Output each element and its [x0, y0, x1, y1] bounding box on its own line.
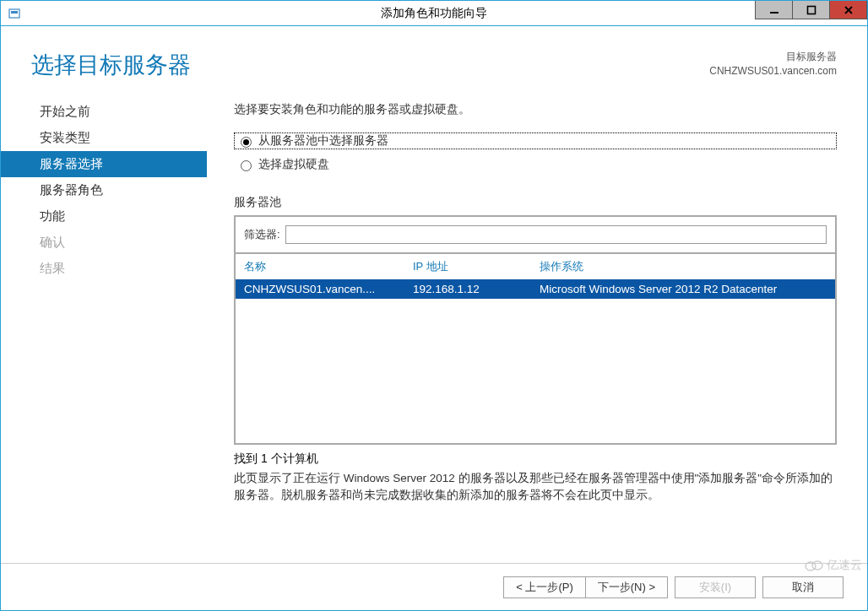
svg-rect-2 [770, 12, 778, 14]
nav-before-begin[interactable]: 开始之前 [1, 99, 207, 125]
radio-select-vhd[interactable]: 选择虚拟硬盘 [234, 156, 837, 173]
nav-features[interactable]: 功能 [1, 203, 207, 230]
nav-results: 结果 [1, 256, 207, 282]
nav-install-type[interactable]: 安装类型 [1, 125, 207, 151]
close-button[interactable] [829, 1, 867, 19]
svg-rect-1 [11, 11, 18, 14]
cell-os: Microsoft Windows Server 2012 R2 Datacen… [540, 283, 827, 295]
wizard-window: 添加角色和功能向导 选择目标服务器 目标服务器 CNHZWSUS01.vance… [0, 0, 868, 611]
next-button[interactable]: 下一步(N) > [585, 576, 668, 598]
window-title: 添加角色和功能向导 [1, 6, 867, 21]
radio-select-pool-input[interactable] [241, 137, 252, 148]
table-header: 名称 IP 地址 操作系统 [236, 254, 835, 279]
maximize-button[interactable] [792, 1, 830, 19]
found-count: 找到 1 个计算机 [234, 451, 837, 467]
previous-button[interactable]: < 上一步(P) [503, 576, 585, 598]
app-icon [8, 7, 21, 20]
cell-ip: 192.168.1.12 [413, 283, 540, 295]
hint-text: 此页显示了正在运行 Windows Server 2012 的服务器以及那些已经… [234, 470, 837, 505]
page-title: 选择目标服务器 [31, 50, 191, 80]
cell-name: CNHZWSUS01.vancen.... [244, 283, 413, 295]
content-area: 选择目标服务器 目标服务器 CNHZWSUS01.vancen.com 开始之前… [1, 26, 867, 610]
titlebar: 添加角色和功能向导 [1, 1, 867, 26]
header-row: 选择目标服务器 目标服务器 CNHZWSUS01.vancen.com [1, 26, 867, 95]
cancel-button[interactable]: 取消 [762, 576, 844, 598]
window-controls [756, 1, 867, 26]
filter-box: 筛选器: [234, 215, 837, 254]
filter-input[interactable] [285, 225, 827, 244]
body-row: 开始之前 安装类型 服务器选择 服务器角色 功能 确认 结果 选择要安装角色和功… [1, 95, 867, 563]
radio-select-vhd-label: 选择虚拟硬盘 [258, 157, 329, 172]
nav-server-roles[interactable]: 服务器角色 [1, 177, 207, 203]
nav-server-selection[interactable]: 服务器选择 [1, 151, 207, 177]
nav-confirmation: 确认 [1, 230, 207, 256]
filter-label: 筛选器: [244, 227, 280, 242]
minimize-button[interactable] [755, 1, 793, 19]
column-ip[interactable]: IP 地址 [413, 259, 540, 274]
destination-value: CNHZWSUS01.vancen.com [709, 64, 837, 78]
table-row[interactable]: CNHZWSUS01.vancen.... 192.168.1.12 Micro… [236, 279, 835, 299]
destination-label: 目标服务器 [709, 50, 837, 64]
server-pool-table: 名称 IP 地址 操作系统 CNHZWSUS01.vancen.... 192.… [234, 254, 837, 445]
install-button: 安装(I) [675, 576, 756, 598]
column-os[interactable]: 操作系统 [540, 259, 827, 274]
wizard-sidebar: 开始之前 安装类型 服务器选择 服务器角色 功能 确认 结果 [1, 95, 207, 563]
radio-select-pool-label: 从服务器池中选择服务器 [258, 133, 388, 149]
radio-select-pool[interactable]: 从服务器池中选择服务器 [234, 132, 837, 149]
server-pool-label: 服务器池 [234, 195, 837, 210]
nav-button-pair: < 上一步(P) 下一步(N) > [503, 576, 668, 598]
radio-select-vhd-input[interactable] [241, 160, 252, 171]
instruction-text: 选择要安装角色和功能的服务器或虚拟硬盘。 [234, 102, 837, 117]
svg-rect-3 [807, 6, 815, 14]
main-panel: 选择要安装角色和功能的服务器或虚拟硬盘。 从服务器池中选择服务器 选择虚拟硬盘 … [207, 95, 867, 563]
column-name[interactable]: 名称 [244, 259, 413, 274]
footer: < 上一步(P) 下一步(N) > 安装(I) 取消 [1, 563, 867, 610]
destination-info: 目标服务器 CNHZWSUS01.vancen.com [709, 50, 837, 78]
